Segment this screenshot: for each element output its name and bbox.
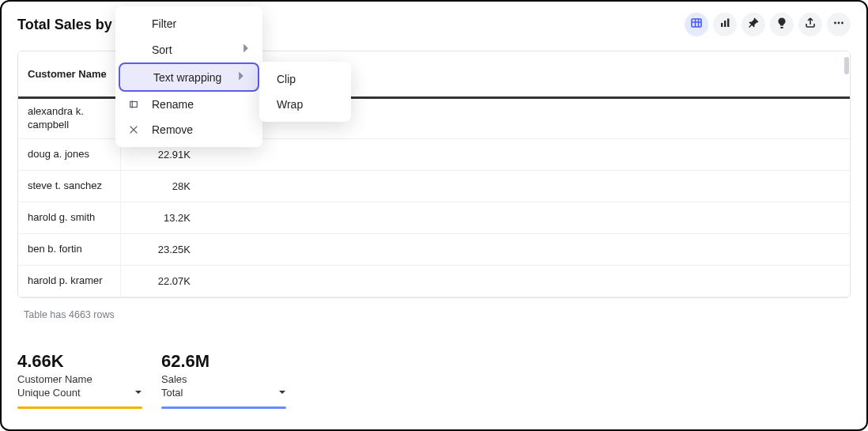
menu-item-label: Filter (152, 17, 176, 30)
summary-agg-select[interactable]: Unique Count (17, 387, 142, 399)
menu-item-label: Sort (152, 43, 172, 56)
table-row-count: Table has 4663 rows (24, 309, 115, 320)
cell-customer-name: steve t. sanchez (18, 171, 121, 202)
cell-customer-name: alexandra k. campbell (18, 99, 121, 138)
summary-row: 4.66K Customer Name Unique Count 62.6M S… (17, 351, 851, 409)
caret-down-icon (278, 387, 286, 399)
pin-button[interactable] (742, 13, 765, 36)
cell-sales: 28K (121, 171, 200, 202)
svg-rect-4 (721, 23, 723, 27)
cell-customer-name: harold g. smith (18, 202, 121, 233)
chevron-right-icon (240, 43, 251, 56)
summary-card-customer: 4.66K Customer Name Unique Count (17, 351, 142, 409)
menu-item-remove[interactable]: Remove (115, 117, 262, 142)
context-submenu: Clip Wrap (259, 62, 351, 122)
summary-value: 62.6M (161, 351, 286, 372)
summary-agg-label: Unique Count (17, 387, 81, 399)
caret-down-icon (134, 387, 142, 399)
context-menu: Filter Sort Text wrapping Rename Remove (115, 6, 262, 147)
scrollbar-thumb[interactable] (844, 57, 849, 74)
table-row[interactable]: harold p. kramer 22.07K (18, 266, 850, 297)
summary-underline (161, 406, 286, 409)
more-button[interactable] (827, 13, 851, 36)
menu-item-rename[interactable]: Rename (115, 92, 262, 117)
submenu-item-label: Wrap (277, 98, 303, 111)
cell-customer-name: ben b. fortin (18, 234, 121, 265)
submenu-item-clip[interactable]: Clip (259, 66, 351, 92)
table-row[interactable]: harold g. smith 13.2K (18, 202, 850, 234)
menu-item-sort[interactable]: Sort (115, 36, 262, 62)
view-table-button[interactable] (685, 13, 708, 36)
summary-label: Customer Name (17, 373, 142, 385)
app-inner: Total Sales by C (6, 6, 862, 425)
svg-point-7 (834, 22, 836, 25)
summary-label: Sales (161, 373, 286, 385)
summary-agg-label: Total (161, 387, 183, 399)
svg-rect-0 (692, 19, 701, 27)
page-title: Total Sales by C (17, 17, 126, 33)
chevron-right-icon (236, 70, 247, 84)
bar-chart-icon (719, 17, 731, 32)
app-frame: Total Sales by C (0, 0, 868, 431)
insight-button[interactable] (770, 13, 794, 36)
cell-customer-name: doug a. jones (18, 139, 121, 170)
submenu-item-wrap[interactable]: Wrap (259, 92, 351, 117)
menu-item-filter[interactable]: Filter (115, 11, 262, 36)
bulb-icon (776, 17, 788, 32)
table-row[interactable]: ben b. fortin 23.25K (18, 234, 850, 266)
cell-sales: 22.07K (121, 266, 200, 297)
cell-sales: 23.25K (121, 234, 200, 265)
svg-rect-5 (724, 21, 726, 27)
menu-item-label: Remove (152, 123, 193, 136)
cell-customer-name: harold p. kramer (18, 266, 121, 297)
view-chart-button[interactable] (713, 13, 737, 36)
submenu-item-label: Clip (277, 73, 296, 85)
summary-value: 4.66K (17, 351, 142, 372)
toolbar (685, 13, 851, 36)
menu-item-label: Text wrapping (153, 71, 221, 84)
pin-icon (747, 17, 760, 32)
table-icon (690, 17, 703, 32)
svg-rect-6 (727, 19, 729, 28)
share-button[interactable] (798, 13, 822, 36)
rename-icon (126, 97, 141, 112)
svg-rect-10 (130, 102, 138, 108)
table-row[interactable]: steve t. sanchez 28K (18, 171, 850, 202)
svg-point-8 (838, 22, 840, 25)
more-icon (832, 17, 845, 32)
summary-underline (17, 406, 142, 409)
column-header-customer-name[interactable]: Customer Name (18, 51, 121, 96)
menu-item-text-wrapping[interactable]: Text wrapping (119, 62, 259, 92)
summary-agg-select[interactable]: Total (161, 387, 286, 399)
svg-point-9 (841, 22, 843, 25)
cell-sales: 13.2K (121, 202, 200, 233)
menu-item-label: Rename (152, 98, 194, 111)
remove-icon (126, 123, 141, 137)
summary-card-sales: 62.6M Sales Total (161, 351, 286, 409)
share-icon (804, 17, 817, 32)
